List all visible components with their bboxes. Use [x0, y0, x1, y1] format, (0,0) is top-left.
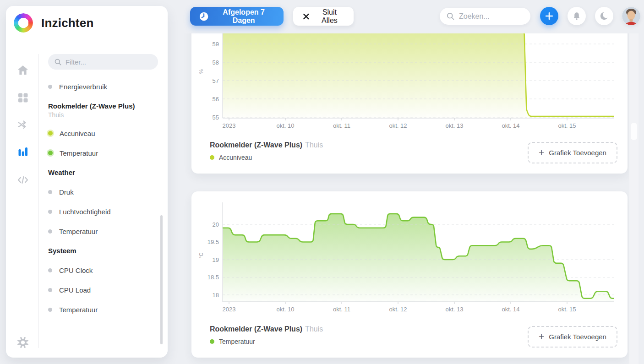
period-filter-label: Afgelopen 7 Dagen — [213, 8, 274, 25]
sensor-item-temperatuur[interactable]: Temperatuur — [48, 148, 160, 158]
page-title: Inzichten — [41, 16, 93, 30]
svg-text:58: 58 — [213, 59, 219, 66]
svg-text:okt. 10: okt. 10 — [276, 306, 294, 313]
device-zone: Thuis — [305, 141, 323, 149]
close-all-label: Sluit Alles — [315, 8, 344, 25]
sidebar-scrollbar-thumb[interactable] — [160, 215, 163, 344]
sensor-item-label: Temperatuur — [60, 149, 98, 157]
svg-text:2023: 2023 — [223, 122, 236, 129]
sensor-item-druk[interactable]: Druk — [48, 187, 160, 196]
filter-input[interactable] — [65, 58, 143, 66]
svg-text:okt. 15: okt. 15 — [558, 306, 576, 313]
add-button[interactable] — [540, 7, 558, 25]
svg-text:okt. 13: okt. 13 — [445, 122, 463, 129]
sensor-item-temperatuur[interactable]: Temperatuur — [48, 305, 160, 314]
svg-text:20: 20 — [213, 221, 219, 228]
bell-icon — [572, 11, 582, 21]
inactive-sensor-dot — [48, 190, 52, 194]
dark-mode-button[interactable] — [595, 7, 613, 25]
sensor-item-label: Accuniveau — [60, 130, 95, 137]
device-name: Rookmelder (Z-Wave Plus) — [210, 325, 302, 333]
search-icon — [446, 12, 455, 21]
inactive-sensor-dot — [48, 288, 52, 292]
sensor-item-label: Temperatuur — [59, 306, 98, 314]
svg-text:55: 55 — [213, 114, 219, 121]
sensor-item-label: CPU Load — [59, 286, 91, 294]
main-scrollbar-thumb[interactable] — [631, 123, 637, 140]
search-input[interactable] — [459, 12, 523, 21]
plus-icon — [544, 11, 554, 21]
svg-text:okt. 12: okt. 12 — [389, 306, 407, 313]
nav-flows-icon[interactable] — [17, 119, 29, 130]
svg-text:2023: 2023 — [223, 306, 236, 313]
sensor-item-luchtvochtigheid[interactable]: Luchtvochtigheid — [48, 207, 160, 216]
nav-devices-icon[interactable] — [17, 92, 29, 103]
sensor-item-energieverbruik[interactable]: Energieverbruik — [48, 82, 160, 91]
chart-device-title: Rookmelder (Z-Wave Plus)Thuis — [210, 325, 323, 333]
search-icon — [54, 58, 62, 66]
add-graph-button[interactable]: + Grafiek Toevoegen — [528, 142, 617, 163]
sensor-item-label: Temperatuur — [59, 228, 98, 235]
chart-card-temperature: 2023okt. 10okt. 11okt. 12okt. 13okt. 14o… — [191, 191, 628, 358]
active-sensor-dot — [48, 131, 53, 136]
user-avatar[interactable] — [622, 7, 640, 25]
sensor-item-temperatuur[interactable]: Temperatuur — [48, 227, 160, 236]
main-scrollbar[interactable] — [629, 0, 639, 364]
close-icon — [302, 12, 310, 21]
nav-insights-icon[interactable] — [17, 146, 29, 158]
sensor-item-label: Druk — [59, 188, 74, 196]
svg-text:okt. 11: okt. 11 — [333, 122, 350, 129]
add-graph-label: Grafiek Toevoegen — [549, 149, 606, 157]
period-filter-button[interactable]: Afgelopen 7 Dagen — [190, 7, 284, 26]
sensor-item-cpu-clock[interactable]: CPU Clock — [48, 266, 160, 275]
avatar-image — [622, 7, 640, 25]
sensor-group: SysteemCPU ClockCPU LoadTemperatuur — [48, 246, 160, 314]
inactive-sensor-dot — [48, 229, 52, 234]
add-graph-label: Grafiek Toevoegen — [549, 333, 606, 341]
svg-text:okt. 13: okt. 13 — [445, 306, 463, 313]
svg-text:56: 56 — [213, 96, 219, 103]
legend-dot — [210, 339, 214, 344]
inactive-sensor-dot — [48, 268, 52, 272]
close-all-button[interactable]: Sluit Alles — [293, 7, 354, 26]
clock-icon — [199, 11, 208, 22]
device-zone: Thuis — [305, 325, 323, 333]
sensor-item-label: Energieverbruik — [59, 83, 107, 91]
inactive-sensor-dot — [48, 85, 52, 89]
app-brand: Inzichten — [14, 13, 93, 33]
sensor-list: EnergieverbruikRookmelder (Z-Wave Plus)T… — [48, 82, 160, 325]
chart-device-title: Rookmelder (Z-Wave Plus)Thuis — [210, 141, 323, 149]
svg-text:°C: °C — [198, 253, 204, 258]
device-name: Rookmelder (Z-Wave Plus) — [210, 141, 302, 149]
sensor-group-header: Systeem — [48, 246, 160, 255]
temperature-chart[interactable]: 2023okt. 10okt. 11okt. 12okt. 13okt. 14o… — [191, 191, 628, 324]
sensor-group: Energieverbruik — [48, 82, 160, 91]
settings-gear-icon[interactable] — [17, 337, 29, 348]
plus-icon: + — [539, 331, 544, 341]
global-search[interactable] — [440, 8, 530, 25]
sensor-group-header: Rookmelder (Z-Wave Plus) — [48, 102, 160, 111]
svg-text:19.5: 19.5 — [207, 239, 219, 245]
sensor-item-cpu-load[interactable]: CPU Load — [48, 285, 160, 294]
svg-text:okt. 12: okt. 12 — [389, 122, 407, 129]
sensor-item-label: Luchtvochtigheid — [59, 208, 111, 216]
svg-text:okt. 14: okt. 14 — [502, 306, 519, 313]
sensor-group: WeatherDrukLuchtvochtigheidTemperatuur — [48, 168, 160, 236]
svg-text:okt. 10: okt. 10 — [276, 122, 294, 129]
add-graph-button[interactable]: + Grafiek Toevoegen — [528, 326, 617, 348]
homey-logo-icon — [14, 13, 33, 33]
svg-text:19: 19 — [213, 256, 219, 263]
plus-icon: + — [539, 147, 544, 157]
sidebar-filter[interactable] — [48, 54, 158, 70]
sensor-item-accuniveau[interactable]: Accuniveau — [48, 129, 160, 138]
sensor-group-zone: Thuis — [48, 111, 160, 120]
legend-label: Temperatuur — [219, 338, 255, 345]
legend-dot — [210, 155, 214, 160]
svg-text:okt. 14: okt. 14 — [502, 122, 519, 129]
sensor-group-header: Weather — [48, 168, 160, 177]
nav-home-icon[interactable] — [17, 64, 29, 76]
svg-text:18.5: 18.5 — [207, 274, 219, 281]
notifications-button[interactable] — [568, 7, 586, 25]
inactive-sensor-dot — [48, 308, 52, 312]
nav-developer-icon[interactable] — [17, 174, 29, 186]
